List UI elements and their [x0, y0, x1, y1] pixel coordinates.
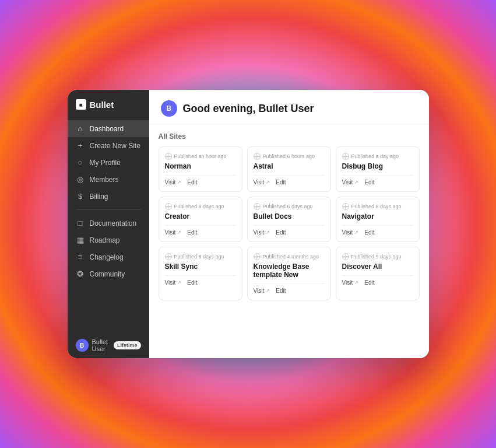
site-name-bullet-docs: Bullet Docs	[254, 212, 325, 220]
edit-button-norman[interactable]: Edit	[187, 179, 197, 186]
site-meta-creator: Published 8 days ago	[165, 203, 236, 210]
sidebar-item-roadmap[interactable]: ▦ Roadmap	[68, 232, 149, 249]
lifetime-badge: Lifetime	[114, 341, 141, 349]
site-meta-astral: Published 6 hours ago	[254, 153, 325, 160]
globe-icon	[342, 153, 349, 160]
sidebar-label-changelog: Changelog	[90, 253, 124, 261]
site-actions-norman: Visit ↗ Edit	[165, 175, 236, 186]
site-meta-discover-all: Published 9 days ago	[342, 253, 413, 260]
site-name-discover-all: Discover All	[342, 262, 413, 271]
site-card-disbug-blog[interactable]: Published a day ago Disbug Blog Visit ↗ …	[336, 146, 420, 192]
visit-button-creator[interactable]: Visit ↗	[165, 229, 182, 236]
sidebar-item-members[interactable]: ◎ Members	[68, 171, 149, 188]
site-card-skill-sync[interactable]: Published 8 days ago Skill Sync Visit ↗ …	[159, 247, 242, 300]
globe-icon	[342, 203, 349, 210]
external-link-icon: ↗	[354, 280, 358, 285]
site-name-astral: Astral	[254, 162, 325, 170]
sidebar-item-changelog[interactable]: ≡ Changelog	[68, 249, 149, 265]
edit-button-bullet-docs[interactable]: Edit	[276, 229, 286, 236]
sidebar-label-members: Members	[90, 176, 119, 184]
community-icon: ❂	[76, 270, 85, 278]
site-actions-creator: Visit ↗ Edit	[165, 225, 236, 236]
sidebar-item-dashboard[interactable]: ⌂ Dashboard	[68, 120, 149, 137]
edit-button-discover-all[interactable]: Edit	[364, 279, 374, 286]
logo-icon: ■	[76, 99, 86, 110]
sidebar-footer: B Bullet User Lifetime	[68, 332, 149, 358]
site-card-bullet-docs[interactable]: Published 6 days ago Bullet Docs Visit ↗…	[247, 197, 331, 242]
site-meta-disbug: Published a day ago	[342, 153, 413, 160]
site-actions-discover-all: Visit ↗ Edit	[342, 275, 413, 286]
site-actions-skill-sync: Visit ↗ Edit	[165, 275, 236, 286]
site-actions-disbug: Visit ↗ Edit	[342, 175, 413, 186]
profile-icon: ○	[76, 158, 85, 167]
visit-button-astral[interactable]: Visit ↗	[254, 179, 270, 186]
edit-button-creator[interactable]: Edit	[187, 229, 197, 236]
user-avatar: B	[76, 339, 89, 352]
changelog-icon: ≡	[76, 253, 85, 261]
sidebar-divider	[76, 209, 141, 210]
external-link-icon: ↗	[177, 230, 181, 235]
site-meta-bullet-docs: Published 6 days ago	[254, 203, 325, 210]
site-name-navigator: Navigator	[342, 212, 413, 220]
visit-button-skill-sync[interactable]: Visit ↗	[165, 279, 182, 286]
sidebar-label-documentation: Documentation	[90, 219, 137, 228]
site-meta-navigator: Published 8 days ago	[342, 203, 413, 210]
sidebar-label-roadmap: Roadmap	[90, 236, 120, 244]
edit-button-disbug[interactable]: Edit	[364, 179, 374, 186]
site-card-knowledge-base[interactable]: Published 4 months ago Knowledge Base te…	[247, 247, 331, 300]
sidebar-item-create-new-site[interactable]: + Create New Site	[68, 137, 149, 154]
globe-icon	[342, 253, 349, 260]
home-icon: ⌂	[76, 124, 85, 133]
sidebar-item-my-profile[interactable]: ○ My Profile	[68, 154, 149, 171]
external-link-icon: ↗	[266, 288, 270, 293]
visit-button-discover-all[interactable]: Visit ↗	[342, 279, 359, 286]
globe-icon	[165, 253, 172, 260]
edit-button-navigator[interactable]: Edit	[364, 229, 374, 236]
app-window: ■ Bullet ⌂ Dashboard + Create New Site ○…	[68, 90, 429, 358]
site-actions-astral: Visit ↗ Edit	[254, 175, 325, 186]
site-card-discover-all[interactable]: Published 9 days ago Discover All Visit …	[336, 247, 420, 300]
plus-icon: +	[76, 141, 85, 150]
visit-button-disbug[interactable]: Visit ↗	[342, 179, 359, 186]
sidebar-label-community: Community	[90, 270, 125, 278]
site-card-norman[interactable]: Published an hour ago Norman Visit ↗ Edi…	[159, 146, 242, 192]
main-content: B Good evening, Bullet User All Sites Pu…	[149, 90, 429, 358]
sidebar-item-community[interactable]: ❂ Community	[68, 265, 149, 282]
external-link-icon: ↗	[266, 180, 270, 185]
app-name: Bullet	[90, 100, 114, 110]
visit-button-navigator[interactable]: Visit ↗	[342, 229, 359, 236]
sidebar-user-name: Bullet User	[92, 338, 110, 352]
site-card-astral[interactable]: Published 6 hours ago Astral Visit ↗ Edi…	[247, 146, 331, 192]
globe-icon	[165, 153, 172, 160]
edit-button-skill-sync[interactable]: Edit	[187, 279, 197, 286]
site-actions-knowledge-base: Visit ↗ Edit	[254, 284, 325, 294]
site-card-creator[interactable]: Published 8 days ago Creator Visit ↗ Edi…	[159, 197, 242, 242]
sidebar-label-billing: Billing	[90, 192, 108, 201]
external-link-icon: ↗	[354, 230, 358, 235]
visit-button-knowledge-base[interactable]: Visit ↗	[254, 288, 270, 294]
section-title: All Sites	[159, 132, 420, 141]
globe-icon	[254, 153, 261, 160]
external-link-icon: ↗	[177, 180, 181, 185]
members-icon: ◎	[76, 175, 85, 184]
sidebar-item-documentation[interactable]: □ Documentation	[68, 215, 149, 232]
globe-icon	[165, 203, 172, 210]
edit-button-astral[interactable]: Edit	[276, 179, 286, 186]
visit-button-norman[interactable]: Visit ↗	[165, 179, 182, 186]
external-link-icon: ↗	[354, 180, 358, 185]
edit-button-knowledge-base[interactable]: Edit	[276, 288, 286, 294]
site-meta-skill-sync: Published 8 days ago	[165, 253, 236, 260]
site-name-norman: Norman	[165, 162, 236, 170]
visit-button-bullet-docs[interactable]: Visit ↗	[254, 229, 270, 236]
site-card-navigator[interactable]: Published 8 days ago Navigator Visit ↗ E…	[336, 197, 420, 242]
site-meta-knowledge-base: Published 4 months ago	[254, 253, 325, 260]
external-link-icon: ↗	[266, 230, 270, 235]
sidebar-label-dashboard: Dashboard	[90, 125, 124, 133]
sidebar-label-profile: My Profile	[90, 159, 121, 167]
sidebar-item-billing[interactable]: $ Billing	[68, 188, 149, 205]
sidebar-nav: ⌂ Dashboard + Create New Site ○ My Profi…	[68, 117, 149, 332]
site-actions-navigator: Visit ↗ Edit	[342, 225, 413, 236]
globe-icon	[254, 203, 261, 210]
doc-icon: □	[76, 219, 85, 228]
sidebar: ■ Bullet ⌂ Dashboard + Create New Site ○…	[68, 90, 149, 358]
